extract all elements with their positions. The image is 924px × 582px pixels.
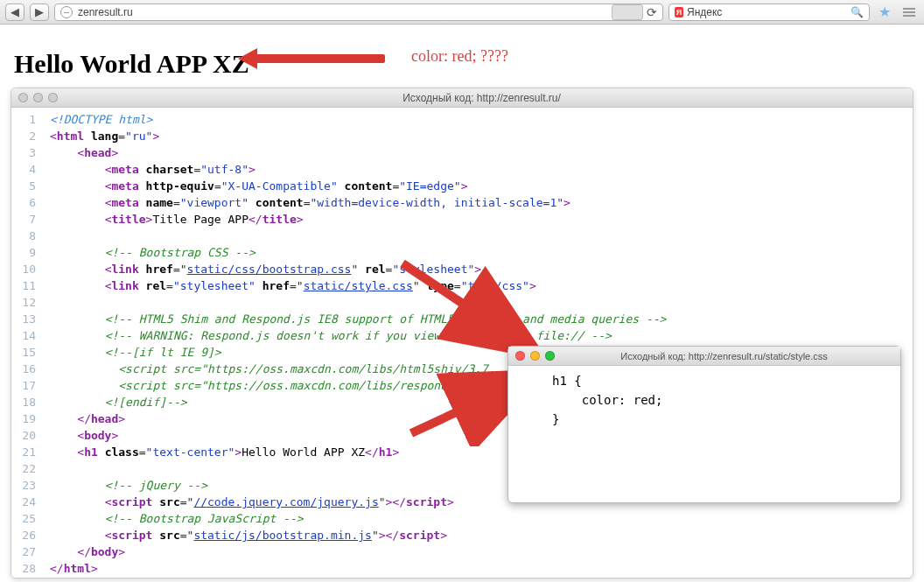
annotation-text: color: red; ???? — [411, 47, 508, 66]
popup-titlebar[interactable]: Исходный код: http://zenresult.ru/static… — [508, 347, 900, 366]
line-gutter: 1234567891011121314151617181920212223242… — [11, 108, 43, 578]
source-window: Исходный код: http://zenresult.ru/ 12345… — [10, 88, 914, 578]
popup-title: Исходный код: http://zenresult.ru/static… — [555, 351, 893, 361]
menu-icon[interactable] — [900, 8, 919, 17]
close-icon[interactable] — [18, 93, 28, 102]
globe-icon — [60, 6, 73, 18]
reload-icon[interactable]: ⟳ — [647, 5, 657, 19]
source-code: <!DOCTYPE html><html lang="ru"> <head> <… — [43, 108, 673, 578]
popup-code[interactable]: h1 { color: red; } — [508, 366, 900, 502]
source-titlebar[interactable]: Исходный код: http://zenresult.ru/ — [11, 88, 913, 108]
search-bar[interactable]: Я Яндекс 🔍 — [668, 4, 870, 21]
maximize-icon[interactable] — [545, 351, 555, 361]
css-line: } — [517, 410, 892, 429]
minimize-icon[interactable] — [530, 351, 540, 361]
search-placeholder: Яндекс — [687, 6, 722, 18]
back-button[interactable]: ◀ — [5, 4, 24, 21]
minimize-icon[interactable] — [33, 93, 43, 102]
search-icon[interactable]: 🔍 — [850, 6, 864, 18]
yandex-icon: Я — [675, 7, 683, 18]
close-icon[interactable] — [515, 351, 525, 361]
css-line: h1 { — [517, 371, 892, 390]
source-code-area[interactable]: 1234567891011121314151617181920212223242… — [11, 108, 913, 578]
address-bar[interactable]: zenresult.ru ⟳ — [54, 4, 663, 21]
bookmark-star-icon[interactable]: ★ — [875, 4, 894, 20]
css-source-popup: Исходный код: http://zenresult.ru/static… — [508, 346, 901, 503]
browser-toolbar: ◀ ▶ zenresult.ru ⟳ Я Яндекс 🔍 ★ — [0, 0, 924, 25]
css-line: color: red; — [517, 390, 892, 410]
reader-toggle[interactable] — [612, 4, 643, 20]
url-text: zenresult.ru — [78, 6, 133, 18]
forward-button[interactable]: ▶ — [30, 4, 49, 21]
maximize-icon[interactable] — [48, 93, 58, 102]
source-title: Исходный код: http://zenresult.ru/ — [58, 92, 906, 104]
